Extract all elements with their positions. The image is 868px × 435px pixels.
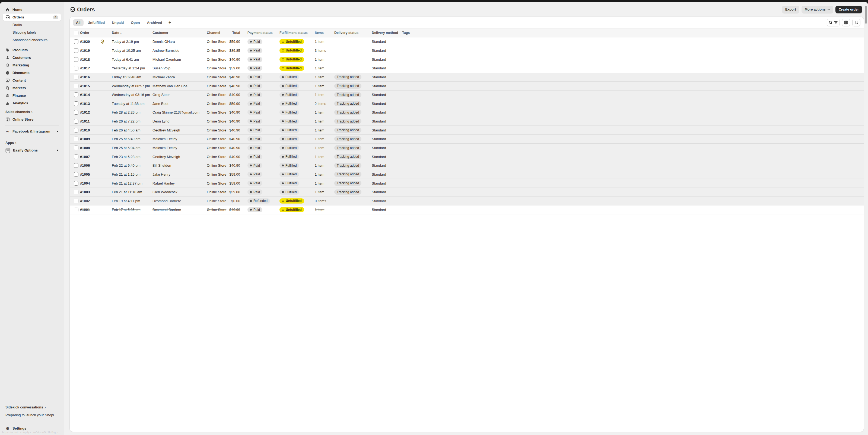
table-row[interactable]: #1007Feb 23 at 6:28 amGeoffrey McveighOn… (70, 152, 434, 161)
order-number[interactable]: #1016 (80, 75, 100, 79)
sidebar-item-marketing[interactable]: Marketing (3, 62, 61, 69)
col-customer[interactable]: Customer (153, 31, 207, 35)
row-checkbox[interactable] (74, 155, 79, 159)
col-date[interactable]: Date ↓ (112, 31, 153, 35)
sidebar-item-customers[interactable]: Customers (3, 54, 61, 61)
table-row[interactable]: #1012Feb 28 at 2:26 pmCraig Skinner213@g… (70, 108, 434, 117)
sidebar-item-markets[interactable]: $ Markets (3, 84, 61, 92)
table-row[interactable]: #1020Today at 2:19 pmDennis OHaraOnline … (70, 37, 434, 46)
row-checkbox[interactable] (74, 84, 79, 88)
order-number[interactable]: #1001 (80, 208, 100, 212)
col-total[interactable]: Total (227, 31, 240, 35)
sidebar-item-products[interactable]: Products (3, 46, 61, 54)
row-checkbox[interactable] (74, 110, 79, 115)
table-row[interactable]: #1003Feb 21 at 11:18 amGlen WoodcockOnli… (70, 188, 434, 197)
row-checkbox[interactable] (74, 199, 79, 203)
order-number[interactable]: #1012 (80, 110, 100, 114)
order-number[interactable]: #1011 (80, 119, 100, 123)
order-number[interactable]: #1014 (80, 93, 100, 97)
sidebar-item-content[interactable]: Content (3, 77, 61, 84)
table-row[interactable]: #1009Feb 25 at 6:49 amMalcolm ExelbyOnli… (70, 135, 434, 144)
order-number[interactable]: #1020 (80, 40, 100, 44)
col-fulfillment-status[interactable]: Fulfillment status (279, 31, 315, 35)
col-delivery-status[interactable]: Delivery status (334, 31, 372, 35)
order-number[interactable]: #1009 (80, 137, 100, 141)
select-all-checkbox[interactable] (74, 31, 79, 35)
row-checkbox[interactable] (74, 145, 79, 150)
tab-unpaid[interactable]: Unpaid (109, 19, 127, 26)
sidebar-item-finance[interactable]: Finance (3, 92, 61, 99)
tab-archived[interactable]: Archived (144, 19, 165, 26)
table-row[interactable]: #1019Today at 10:25 amAndrew BurnsideOnl… (70, 46, 434, 55)
sidebar-item-online-store[interactable]: Online Store (3, 116, 61, 123)
order-number[interactable]: #1006 (80, 163, 100, 167)
col-items[interactable]: Items (315, 31, 334, 35)
col-payment-status[interactable]: Payment status (247, 31, 279, 35)
row-checkbox[interactable] (74, 101, 79, 106)
row-checkbox[interactable] (74, 39, 79, 44)
tab-unfulfilled[interactable]: Unfulfilled (85, 19, 108, 26)
tab-all[interactable]: All (73, 19, 84, 26)
order-number[interactable]: #1010 (80, 128, 100, 132)
table-row[interactable]: #1013Tuesday at 11:38 amJane BootOnline … (70, 99, 434, 108)
sidebar-item-easify-options[interactable]: Easify Options (3, 146, 61, 154)
table-row[interactable]: #1008Feb 25 at 5:04 amMalcolm ExelbyOnli… (70, 144, 434, 153)
row-checkbox[interactable] (74, 181, 79, 186)
row-checkbox[interactable] (74, 208, 79, 212)
order-number[interactable]: #1015 (80, 84, 100, 88)
col-order[interactable]: Order (80, 31, 100, 35)
delivery-status-badge: Tracking added (334, 172, 362, 177)
sidebar-item-facebook-instagram[interactable]: ∞ Facebook & Instagram (3, 128, 61, 135)
add-view-button[interactable]: + (166, 20, 174, 26)
order-number[interactable]: #1008 (80, 146, 100, 150)
order-number[interactable]: #1005 (80, 172, 100, 176)
table-row[interactable]: #1004Feb 21 at 12:37 pmRafael HanleyOnli… (70, 179, 434, 188)
sidebar-item-analytics[interactable]: Analytics (3, 99, 61, 107)
table-row[interactable]: #1018Today at 6:41 amMichael OxenhamOnli… (70, 55, 434, 64)
table-row[interactable]: #1001Feb 17 at 5:36 pmDesmond BarriereOn… (70, 205, 434, 214)
sidebar-item-orders[interactable]: Orders 4 (3, 13, 61, 21)
row-checkbox[interactable] (74, 163, 79, 168)
row-checkbox[interactable] (74, 190, 79, 194)
sidebar-item-home[interactable]: Home (3, 6, 61, 13)
row-checkbox[interactable] (74, 92, 79, 97)
col-delivery-method[interactable]: Delivery method (372, 31, 402, 35)
order-date: Feb 26 at 4:50 am (112, 128, 153, 132)
col-channel[interactable]: Channel (207, 31, 227, 35)
row-checkbox[interactable] (74, 66, 79, 70)
table-row[interactable]: #1010Feb 26 at 4:50 amGeoffrey McveighOn… (70, 126, 434, 135)
apps-section[interactable]: Apps › (3, 139, 61, 146)
order-number[interactable]: #1013 (80, 102, 100, 106)
order-number[interactable]: #1019 (80, 48, 100, 53)
order-number[interactable]: #1018 (80, 58, 100, 62)
order-number[interactable]: #1007 (80, 155, 100, 159)
sidebar-item-discounts[interactable]: Discounts (3, 69, 61, 76)
order-number[interactable]: #1004 (80, 181, 100, 186)
row-checkbox[interactable] (74, 48, 79, 53)
col-tags[interactable]: Tags (402, 31, 434, 35)
row-checkbox[interactable] (74, 137, 79, 141)
sidebar-item-drafts[interactable]: Drafts (3, 21, 61, 29)
table-row[interactable]: #1017Yesterday at 1:24 pmSusan VolpOnlin… (70, 64, 434, 73)
table-row[interactable]: #1011Feb 26 at 7:22 pmDeon LyndOnline St… (70, 117, 434, 126)
table-row[interactable]: #1016Friday at 09:48 amMichael ZahraOnli… (70, 73, 434, 82)
tab-open[interactable]: Open (128, 19, 143, 26)
row-checkbox[interactable] (74, 57, 79, 62)
sidebar-item-shipping-labels[interactable]: Shipping labels (3, 29, 61, 36)
sales-channels-section[interactable]: Sales channels › (3, 108, 61, 115)
table-row[interactable]: #1014Wednesday at 03:16 pmGreg SteerOnli… (70, 91, 434, 99)
sidebar: Home Orders 4 Drafts Shipping labels Aba… (0, 2, 64, 218)
order-number[interactable]: #1017 (80, 66, 100, 70)
sidebar-item-abandoned-checkouts[interactable]: Abandoned checkouts (3, 36, 61, 44)
table-row[interactable]: #1002Feb 19 at 4:11 pmDesmond BarriereOn… (70, 197, 434, 206)
order-number[interactable]: #1003 (80, 190, 100, 194)
table-row[interactable]: #1015Wednesday at 08:57 pmMatthew Van De… (70, 81, 434, 91)
row-checkbox[interactable] (74, 119, 79, 124)
row-checkbox[interactable] (74, 75, 79, 79)
row-checkbox[interactable] (74, 128, 79, 133)
row-checkbox[interactable] (74, 172, 79, 177)
table-row[interactable]: #1005Feb 21 at 1:15 pmJake HenryOnline S… (70, 170, 434, 179)
payment-status-cell: Paid (247, 101, 279, 106)
table-row[interactable]: #1006Feb 22 at 9:40 pmBill SheldonOnline… (70, 161, 434, 170)
order-number[interactable]: #1002 (80, 199, 100, 203)
